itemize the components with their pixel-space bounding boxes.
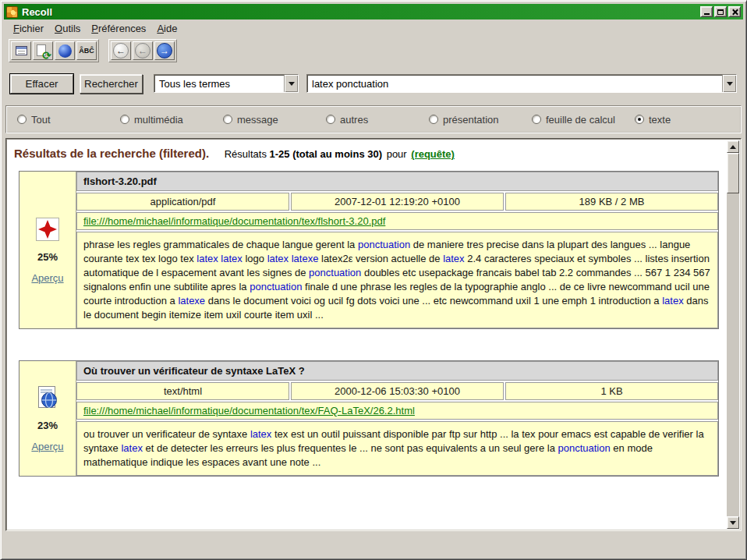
- snippet-highlighted-term: latex: [250, 428, 271, 440]
- filter-radio-feuille-de-calcul[interactable]: feuille de calcul: [532, 114, 635, 126]
- filter-label: Tout: [31, 114, 51, 126]
- result-size: 189 KB / 2 MB: [505, 193, 718, 211]
- filter-label: multimédia: [134, 114, 183, 126]
- filter-label: autres: [340, 114, 368, 126]
- snippet-highlighted-term: latex: [121, 442, 142, 454]
- filter-label: feuille de calcul: [546, 114, 615, 126]
- next-page-button[interactable]: →: [154, 41, 175, 60]
- result-snippet: phrase les regles grammaticales de chaqu…: [76, 232, 718, 328]
- titlebar[interactable]: Recoll: [4, 4, 743, 19]
- snippet-highlighted-term: ponctuation: [558, 442, 610, 454]
- arrow-down-icon: [730, 521, 736, 525]
- menu-item-outils[interactable]: Outils: [50, 21, 85, 36]
- results-pour-word: pour: [387, 148, 407, 160]
- back-arrow-disabled-icon: ←: [135, 43, 150, 58]
- results-list: 25% Aperçu flshort-3.20.pdf application/…: [14, 171, 727, 477]
- result-url-row: file:///home/michael/informatique/docume…: [76, 212, 718, 230]
- result-date: 2007-12-01 12:19:20 +0100: [291, 193, 504, 211]
- radio-icon: [635, 115, 644, 124]
- snippet-text: dans le document voici og ucil fg dots v…: [205, 295, 662, 307]
- previous-page-button[interactable]: ←: [133, 41, 153, 60]
- pdf-file-icon: [35, 217, 60, 242]
- snippet-highlighted-term: latex: [443, 253, 464, 264]
- snippet-text: phrase les regles grammaticales de chaqu…: [83, 239, 358, 250]
- recoll-app-icon[interactable]: [6, 6, 18, 18]
- search-mode-value: Tous les termes: [154, 78, 284, 90]
- filter-label: texte: [649, 114, 671, 126]
- update-index-button[interactable]: [33, 41, 53, 60]
- result-date: 2000-12-06 15:03:30 +0100: [291, 382, 504, 400]
- filter-radio-autres[interactable]: autres: [326, 114, 429, 126]
- filter-radio-presentation[interactable]: présentation: [429, 114, 532, 126]
- results-view: Résultats de la recherche (filtered). Ré…: [8, 140, 727, 529]
- result-mime: text/html: [76, 382, 289, 400]
- result-url-row: file:///home/michael/informatique/docume…: [76, 402, 718, 420]
- snippet-highlighted-term: latexe: [178, 295, 205, 307]
- status-bar: [4, 531, 743, 556]
- radio-icon: [326, 115, 335, 124]
- result-detail: Où trouver un vérificateur de syntaxe La…: [76, 361, 718, 476]
- result-sidebar: 23% Aperçu: [19, 361, 76, 476]
- search-mode-select[interactable]: Tous les termes: [154, 74, 299, 93]
- query-history-dropdown-button[interactable]: [722, 75, 736, 92]
- filter-radio-message[interactable]: message: [223, 114, 326, 126]
- radio-icon: [223, 115, 232, 124]
- menu-item-aide[interactable]: Aide: [152, 21, 182, 36]
- arrow-up-icon: [730, 145, 736, 149]
- radio-icon: [532, 115, 541, 124]
- result-snippet: ou trouver un verificateur de syntaxe la…: [76, 421, 718, 476]
- minimize-button[interactable]: [700, 6, 713, 17]
- scroll-down-button[interactable]: [727, 516, 739, 529]
- recoll-window: Recoll FichierOutilsPréférencesAide ÂBĈ …: [0, 0, 747, 560]
- toolbar: ÂBĈ ← ← →: [4, 37, 743, 65]
- result-sidebar: 25% Aperçu: [19, 172, 76, 328]
- results-range: 1-25 (total au moins 30): [270, 148, 382, 160]
- snippet-text: ou trouver un verificateur de syntaxe: [83, 428, 250, 440]
- window-controls: [700, 6, 741, 17]
- close-button[interactable]: [728, 6, 741, 17]
- menu-item-preferences[interactable]: Préférences: [87, 21, 150, 36]
- search-row: Effacer Rechercher Tous les termes latex…: [4, 65, 743, 101]
- result-meta-row: text/html 2000-12-06 15:03:30 +0100 1 KB: [76, 382, 718, 400]
- preview-link[interactable]: Aperçu: [31, 272, 63, 284]
- snippet-highlighted-term: latex latex: [196, 253, 243, 264]
- query-combobox[interactable]: latex ponctuation: [306, 74, 737, 93]
- result-mime: application/pdf: [76, 193, 289, 211]
- menubar: FichierOutilsPréférencesAide: [4, 19, 743, 37]
- results-count: Résultats 1-25 (total au moins 30) pour …: [225, 148, 455, 160]
- scroll-up-button[interactable]: [727, 140, 739, 153]
- result-item: 23% Aperçu Où trouver un vérificateur de…: [19, 360, 719, 477]
- search-submit-button[interactable]: Rechercher: [80, 74, 143, 94]
- filter-radio-multimedia[interactable]: multimédia: [120, 114, 223, 126]
- search-mode-dropdown-button[interactable]: [284, 75, 298, 92]
- scroll-track[interactable]: [727, 193, 739, 516]
- filter-radio-texte[interactable]: texte: [635, 114, 738, 126]
- menu-item-fichier[interactable]: Fichier: [9, 21, 48, 36]
- scroll-thumb[interactable]: [727, 153, 739, 193]
- result-url-link[interactable]: file:///home/michael/informatique/docume…: [83, 215, 385, 227]
- search-button[interactable]: [55, 41, 75, 60]
- snippet-highlighted-term: latex: [662, 295, 683, 307]
- term-explorer-button[interactable]: ÂBĈ: [76, 41, 97, 60]
- forward-arrow-icon: →: [157, 43, 172, 58]
- filter-label: message: [237, 114, 278, 126]
- clear-button[interactable]: Effacer: [10, 74, 73, 94]
- preview-link[interactable]: Aperçu: [31, 441, 63, 452]
- query-link[interactable]: (requête): [411, 148, 455, 160]
- query-input[interactable]: latex ponctuation: [307, 78, 722, 90]
- result-title: Où trouver un vérificateur de syntaxe La…: [76, 361, 718, 381]
- relevance-percent: 25%: [37, 251, 58, 263]
- results-count-label: Résultats: [225, 148, 267, 160]
- html-file-icon: [35, 385, 60, 410]
- search-sphere-icon: [58, 44, 72, 58]
- maximize-icon: [717, 9, 724, 15]
- result-url-link[interactable]: file:///home/michael/informatique/docume…: [83, 405, 415, 416]
- toolbar-group-nav: ← ← →: [108, 39, 177, 62]
- result-meta-row: application/pdf 2007-12-01 12:19:20 +010…: [76, 193, 718, 211]
- snippet-highlighted-term: ponctuation: [309, 267, 361, 278]
- filter-radio-tout[interactable]: Tout: [17, 114, 120, 126]
- first-page-button[interactable]: ←: [111, 41, 131, 60]
- minimize-icon: [704, 13, 710, 15]
- clear-search-button[interactable]: [11, 41, 31, 60]
- maximize-button[interactable]: [714, 6, 727, 17]
